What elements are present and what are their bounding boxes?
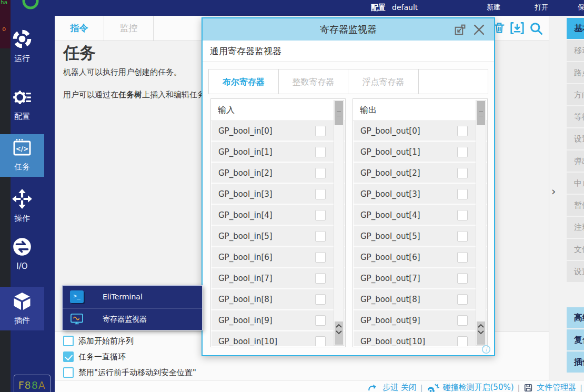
register-row: GP_bool_out[0] [354, 121, 487, 142]
register-checkbox[interactable] [315, 210, 326, 220]
new-button[interactable]: 新建 [487, 0, 500, 15]
scrollbar-steppers[interactable] [477, 321, 485, 345]
scroll-up-icon[interactable] [336, 324, 342, 328]
brand-logo-icon [20, 0, 41, 13]
palette-item[interactable]: 设置负载 [567, 261, 584, 282]
instruction-palette: 基本 移动路点方向等待设置弹出中止暂停注释文件夹设置负载 高级复合插件 [566, 16, 584, 392]
register-checkbox[interactable] [315, 231, 326, 242]
register-checkbox[interactable] [315, 252, 326, 263]
register-label: GP_bool_out[0] [354, 126, 457, 136]
sidebar-item-plugins[interactable]: 插件 [0, 287, 44, 330]
scrollbar-thumb[interactable] [335, 101, 343, 125]
register-checkbox[interactable] [457, 336, 468, 347]
config-label: 配置 [371, 0, 386, 15]
palette-tab-basic[interactable]: 基本 [567, 18, 584, 39]
scrollbar-steppers[interactable] [335, 321, 343, 345]
info-icon[interactable]: i [481, 345, 491, 354]
sidebar-item-run[interactable]: 运行 [0, 25, 44, 73]
palette-group-tab[interactable]: 插件 [567, 351, 584, 373]
menu-item-eliterminal[interactable]: >_ EliTerminal [63, 286, 202, 308]
move-arrows-icon [11, 188, 33, 210]
checkbox-add-presequence[interactable] [63, 336, 74, 346]
output-scrollbar[interactable] [476, 100, 486, 346]
palette-item[interactable]: 方向 [567, 84, 584, 105]
register-label: GP_bool_in[0] [212, 126, 315, 136]
register-label: GP_bool_in[5] [212, 232, 315, 241]
step-status[interactable]: 步进 关闭 [382, 383, 417, 392]
register-checkbox[interactable] [315, 294, 326, 305]
save-button[interactable]: 保存 [578, 0, 584, 15]
option-row[interactable]: 任务一直循环 [63, 351, 126, 363]
register-checkbox[interactable] [457, 231, 468, 242]
register-checkbox[interactable] [457, 252, 468, 263]
tab-float-registers[interactable]: 浮点寄存器 [348, 69, 419, 94]
register-row: GP_bool_in[7] [212, 268, 345, 289]
register-checkbox[interactable] [315, 168, 326, 178]
register-monitor-dialog: 寄存器监视器 通用寄存器监视器 布尔寄存器 整数寄存器 浮点寄存器 输入 [202, 17, 495, 356]
register-checkbox[interactable] [457, 147, 468, 157]
dialog-header[interactable]: 寄存器监视器 [203, 18, 494, 41]
register-checkbox[interactable] [457, 315, 468, 326]
dialog-tabs: 布尔寄存器 整数寄存器 浮点寄存器 [208, 69, 488, 94]
register-row: GP_bool_in[4] [212, 205, 345, 226]
palette-item[interactable]: 注释 [567, 217, 584, 238]
register-checkbox[interactable] [457, 189, 468, 199]
tab-int-registers[interactable]: 整数寄存器 [278, 69, 348, 94]
register-checkbox[interactable] [457, 273, 468, 284]
tab-bool-registers[interactable]: 布尔寄存器 [208, 69, 279, 94]
speed-badge[interactable]: F88A [14, 375, 51, 392]
scroll-down-icon[interactable] [336, 330, 342, 335]
scrollbar-thumb[interactable] [477, 101, 485, 125]
register-label: GP_bool_out[9] [354, 316, 457, 325]
menu-item-register-monitor[interactable]: 寄存器监视器 [63, 308, 202, 330]
config-value[interactable]: default [392, 0, 418, 15]
palette-item[interactable]: 移动 [567, 40, 584, 61]
register-checkbox[interactable] [315, 126, 326, 136]
palette-group-tab[interactable]: 复合 [567, 329, 584, 350]
palette-item[interactable]: 路点 [567, 62, 584, 83]
titlebar: 配置 default 新建 打开 保存 [11, 0, 584, 16]
register-checkbox[interactable] [457, 126, 468, 136]
tab-filler [418, 69, 488, 94]
register-checkbox[interactable] [315, 147, 326, 157]
palette-item[interactable]: 设置 [567, 128, 584, 149]
sidebar-item-task[interactable]: </> 任务 [0, 134, 44, 177]
sidebar-item-label: 操作 [0, 214, 44, 224]
svg-text:</>: </> [16, 145, 29, 153]
checkbox-loop-forever[interactable] [63, 351, 74, 362]
sidebar-item-operate[interactable]: 操作 [0, 185, 44, 233]
register-label: GP_bool_out[5] [354, 232, 457, 241]
palette-item[interactable]: 中止 [567, 173, 584, 194]
register-checkbox[interactable] [315, 315, 326, 326]
palette-group-tab[interactable]: 高级 [567, 307, 584, 328]
io-exchange-icon [11, 236, 33, 258]
sidebar-item-config[interactable]: 配置 [0, 83, 44, 130]
sidebar-item-io[interactable]: I/O [0, 233, 44, 280]
scroll-down-icon[interactable] [478, 330, 484, 335]
register-row: GP_bool_out[4] [354, 205, 487, 226]
scroll-up-icon[interactable] [478, 324, 484, 328]
palette-item[interactable]: 文件夹 [567, 239, 584, 260]
input-scrollbar[interactable] [334, 100, 344, 346]
expand-panel-chevron[interactable]: › [551, 185, 556, 198]
option-row[interactable]: 禁用"运行前手动移动到安全位置" [63, 367, 196, 378]
restore-window-icon[interactable] [454, 23, 467, 36]
close-icon[interactable] [472, 23, 486, 36]
register-checkbox[interactable] [457, 294, 468, 305]
checkbox-disable-move-to-safe[interactable] [63, 367, 74, 378]
register-checkbox[interactable] [315, 189, 326, 199]
open-button[interactable]: 打开 [535, 0, 548, 15]
register-checkbox[interactable] [315, 336, 326, 347]
tab-command[interactable]: 指令 [55, 16, 104, 41]
collapse-tree-icon[interactable] [509, 21, 525, 35]
option-row[interactable]: 添加开始前序列 [63, 335, 134, 347]
search-icon[interactable] [529, 21, 543, 36]
palette-item[interactable]: 弹出 [567, 150, 584, 172]
tab-monitor[interactable]: 监控 [104, 16, 154, 41]
register-checkbox[interactable] [315, 273, 326, 284]
register-checkbox[interactable] [457, 210, 468, 220]
register-checkbox[interactable] [457, 168, 468, 178]
palette-item[interactable]: 等待 [567, 106, 584, 127]
palette-item[interactable]: 暂停 [567, 195, 584, 216]
collision-status[interactable]: 碰撞检测开启(50%) [443, 383, 514, 392]
